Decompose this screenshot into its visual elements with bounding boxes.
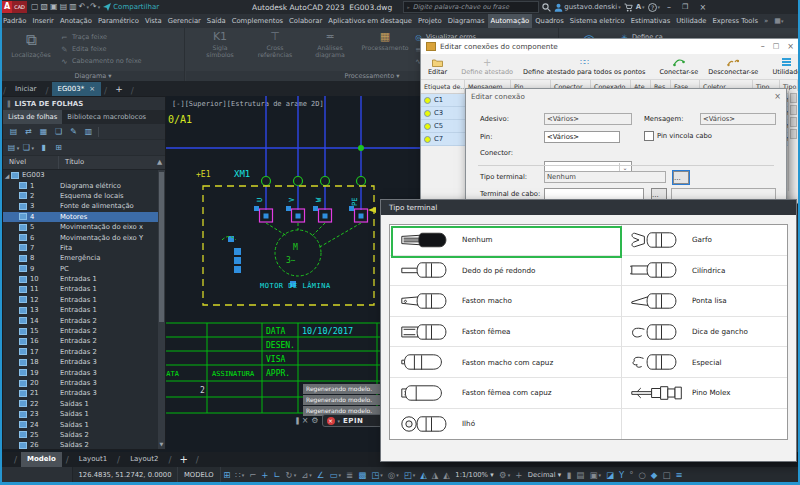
- dropdown-icon[interactable]: ▾: [309, 472, 312, 478]
- dropdown-icon[interactable]: ▾: [30, 145, 34, 151]
- motor-symbol[interactable]: [275, 230, 321, 276]
- sheet-row-6[interactable]: 6Movimentação do eixo Y: [3, 232, 165, 242]
- edit-sheet-icon[interactable]: ✎: [67, 126, 80, 138]
- snap-mode-icon[interactable]: ∷▾: [233, 470, 247, 480]
- ribbon-tab-projeto[interactable]: Projeto: [415, 14, 445, 28]
- ribbon-button-analises[interactable]: ≖Análisesdiagrama: [304, 30, 356, 58]
- user-account-button[interactable]: gustavo.denski▾: [554, 3, 620, 12]
- ribbon-tab-anotacao[interactable]: Anotação: [57, 14, 95, 28]
- sheet-row-19[interactable]: 19Entradas 3: [3, 367, 165, 377]
- connections-scrollbar[interactable]: [788, 91, 798, 191]
- ribbon-tab-express-tools[interactable]: Express Tools: [710, 14, 761, 28]
- layout-tab-layout1[interactable]: Layout1: [73, 452, 113, 467]
- redo-icon[interactable]: ↷: [89, 1, 98, 13]
- annotation-scale-icon[interactable]: ◭: [441, 470, 453, 480]
- tipo-terminal-browse-button[interactable]: ...: [673, 171, 689, 184]
- status-colors-icon[interactable]: ▮: [37, 142, 50, 154]
- ribbon-item-traca-feixe[interactable]: ⌐Traça feixe: [60, 31, 142, 43]
- ribbon-overflow-button[interactable]: »: [761, 14, 771, 28]
- terminal-option-faston-macho-com-capuz[interactable]: Faston macho com capuz: [390, 347, 621, 378]
- sheet-row-25[interactable]: 25Saídas 2: [3, 430, 165, 440]
- checkbox-icon[interactable]: [644, 131, 654, 141]
- import-sheet-icon[interactable]: ⇄: [22, 126, 35, 138]
- sheet-row-5[interactable]: 5Movimentação do eixo x: [3, 222, 165, 232]
- object-snap-tracking-icon[interactable]: ∠: [314, 470, 327, 480]
- graphics-performance-icon[interactable]: °: [627, 470, 636, 480]
- terminal-option-dica-de-gancho[interactable]: Dica de gancho: [621, 317, 787, 348]
- open-file-icon[interactable]: ▧: [40, 1, 50, 13]
- terminal-option-especial[interactable]: Especial: [621, 347, 787, 378]
- terminal-option-nenhum[interactable]: Nenhum: [390, 225, 621, 256]
- duplicate-icon[interactable]: ❏ ▾: [22, 142, 35, 154]
- ribbon-tab-quadros[interactable]: Quadros: [532, 14, 566, 28]
- sheet-row-23[interactable]: 23Saídas 1: [3, 409, 165, 419]
- dropdown-icon[interactable]: ▾: [339, 472, 342, 478]
- transparency-icon[interactable]: ▩: [356, 470, 369, 480]
- new-sheet-icon[interactable]: ▤: [7, 126, 20, 138]
- sheet-row-26[interactable]: 26Saídas 2: [3, 440, 165, 449]
- terminal-option-faston-macho[interactable]: Faston macho: [390, 286, 621, 317]
- terminal-option-pino-molex[interactable]: Pino Molex: [621, 378, 787, 409]
- undo-icon[interactable]: ↶: [78, 1, 87, 13]
- ribbon-item-edita-feixe[interactable]: ✎Edita feixe: [60, 43, 142, 55]
- ortho-icon[interactable]: ∟: [271, 470, 283, 480]
- terminal-option-faston-femea[interactable]: Faston fêmea: [390, 317, 621, 348]
- ribbon-tab-inserir[interactable]: Inserir: [29, 14, 57, 28]
- close-tab-icon[interactable]: ×: [89, 85, 95, 93]
- project-row[interactable]: ◢EG003: [3, 170, 165, 180]
- isolate-objects-icon[interactable]: ◪: [603, 470, 616, 480]
- palette-tab-lista-de-folhas[interactable]: Lista de folhas: [3, 110, 62, 124]
- define-atestado-para-todos-os-pontos-button[interactable]: ∷∷Define atestado para todos os pontos: [518, 55, 650, 79]
- open-project-icon[interactable]: ▦: [37, 126, 50, 138]
- save-as-icon[interactable]: ▤: [59, 1, 69, 13]
- ribbon-button-sigla[interactable]: K1Siglasímbolos: [194, 30, 246, 58]
- terminal-option-garfo[interactable]: Garfo: [621, 225, 787, 256]
- ribbon-tab-automacao[interactable]: Automação: [488, 14, 533, 28]
- sheet-row-18[interactable]: 18Entradas 3: [3, 357, 165, 367]
- ribbon-tab-parametrico[interactable]: Paramétrico: [95, 14, 142, 28]
- app-store-cart-button[interactable]: [624, 3, 633, 12]
- dropdown-icon[interactable]: ▾: [413, 472, 416, 478]
- sheet-row-16[interactable]: 16Entradas 2: [3, 336, 165, 346]
- clean-screen-icon[interactable]: ○: [636, 470, 648, 480]
- ribbon-tab-complementos[interactable]: Complementos: [229, 14, 286, 28]
- ribbon-tab-sistema-eletrico[interactable]: Sistema eletrico: [567, 14, 628, 28]
- sheet-row-8[interactable]: 8Emergência: [3, 253, 165, 263]
- palette-tab-biblioteca-macroblocos[interactable]: Biblioteca macroblocos: [62, 110, 151, 124]
- command-grip-icon[interactable]: ▐: [294, 417, 299, 424]
- colors-icon[interactable]: ◆: [648, 470, 660, 480]
- ribbon-item-cabeamento-no-feixe[interactable]: ∿Cabeamento no feixe: [60, 55, 142, 67]
- minimize-button[interactable]: –: [663, 3, 675, 12]
- utilidade-button[interactable]: Utilidade: [767, 55, 800, 79]
- ribbon-tab-saida[interactable]: Saída: [204, 14, 229, 28]
- column-titulo[interactable]: Título: [59, 156, 154, 169]
- plot-icon[interactable]: ▥: [68, 1, 78, 13]
- workspace-icon[interactable]: ⚙▾: [497, 470, 513, 480]
- autocad-logo-icon[interactable]: ACAD: [2, 1, 27, 13]
- pin-vincula-checkbox[interactable]: Pin vincola cabo: [644, 131, 712, 141]
- sheet-row-12[interactable]: 12Entradas 1: [3, 295, 165, 305]
- restore-button[interactable]: ❐: [678, 3, 692, 11]
- new-drawing-button[interactable]: +: [110, 82, 128, 96]
- expander-icon[interactable]: ◢: [3, 172, 11, 179]
- customization-icon[interactable]: ≡: [673, 470, 685, 480]
- table-icon[interactable]: ⊞: [52, 142, 65, 154]
- editar-button[interactable]: Editar: [423, 55, 452, 79]
- viewport-controls[interactable]: [-][Superior][Estrutura de arame 2D]: [172, 100, 324, 108]
- autoscale-icon[interactable]: ◮: [429, 470, 441, 480]
- ribbon-button-cross[interactable]: ⊤Crossreferências: [249, 30, 301, 58]
- sheet-row-2[interactable]: 2Esquema de locais: [3, 191, 165, 201]
- terminal-option-cilindrica[interactable]: Cilíndrica: [621, 256, 787, 287]
- close-button[interactable]: ×: [695, 3, 710, 12]
- sheet-row-1[interactable]: 1Diagrama elétrico: [3, 180, 165, 190]
- ribbon-tab-colaborar[interactable]: Colaborar: [286, 14, 325, 28]
- help-button[interactable]: ?▾: [648, 3, 661, 12]
- mensagem-field[interactable]: <Vários>: [700, 113, 776, 125]
- command-close-icon[interactable]: ×: [302, 416, 309, 425]
- coordinates-display[interactable]: 126.4835, 51.2742, 0.0000: [73, 471, 177, 479]
- dialog-close-icon[interactable]: ×: [787, 42, 794, 51]
- terminal-circles[interactable]: [262, 177, 366, 186]
- sheet-row-7[interactable]: 7Fita: [3, 243, 165, 253]
- dialog-maximize-icon[interactable]: □: [773, 42, 780, 51]
- define-atestado-button[interactable]: +Define atestado: [456, 55, 518, 79]
